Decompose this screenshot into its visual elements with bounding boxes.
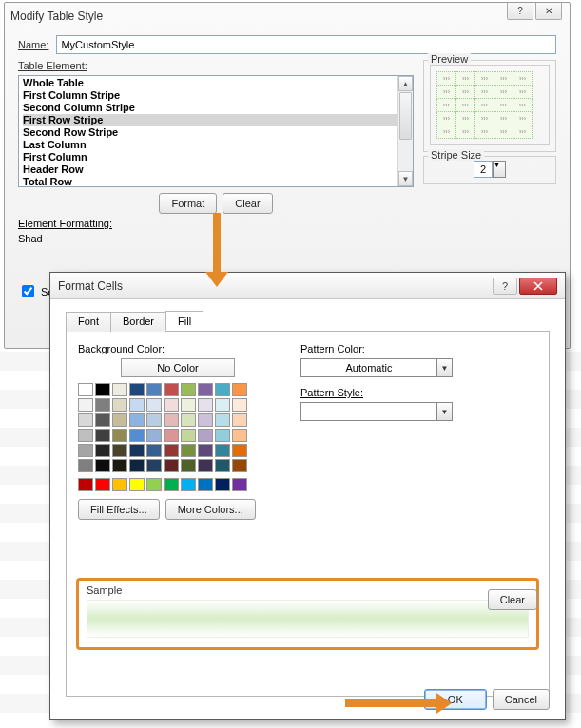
scrollbar[interactable]: ▲ ▼ <box>397 76 413 186</box>
color-swatch[interactable] <box>164 444 179 457</box>
stripe-size-input[interactable] <box>474 161 493 178</box>
color-swatch[interactable] <box>215 459 230 472</box>
color-swatch[interactable] <box>112 413 127 427</box>
format-button[interactable]: Format <box>159 193 217 214</box>
color-swatch[interactable] <box>198 398 213 412</box>
color-swatch[interactable] <box>146 459 162 472</box>
fill-effects-button[interactable]: Fill Effects... <box>78 499 160 520</box>
color-swatch[interactable] <box>215 398 230 412</box>
color-swatch[interactable] <box>95 459 110 472</box>
color-swatch[interactable] <box>112 478 127 491</box>
name-input[interactable] <box>56 35 556 54</box>
color-swatch[interactable] <box>181 383 196 396</box>
color-swatch[interactable] <box>198 383 213 396</box>
stripe-size-dropdown-icon[interactable]: ▼ <box>493 161 506 178</box>
color-swatch[interactable] <box>146 478 162 491</box>
cancel-button[interactable]: Cancel <box>493 689 550 710</box>
color-swatch[interactable] <box>112 444 127 457</box>
color-swatch[interactable] <box>146 444 162 457</box>
pattern-style-combo[interactable] <box>300 402 437 421</box>
color-swatch[interactable] <box>146 398 162 412</box>
scroll-thumb[interactable] <box>399 92 412 140</box>
color-swatch[interactable] <box>232 444 247 457</box>
color-swatch[interactable] <box>215 429 230 442</box>
color-swatch[interactable] <box>112 383 127 396</box>
color-swatch[interactable] <box>78 478 93 491</box>
clear-button[interactable]: Clear <box>223 193 272 214</box>
color-swatch[interactable] <box>232 429 247 442</box>
chevron-down-icon[interactable]: ▼ <box>437 358 453 377</box>
list-item[interactable]: First Column <box>23 151 397 163</box>
color-swatch[interactable] <box>78 398 93 412</box>
color-swatch[interactable] <box>181 413 196 427</box>
color-swatch[interactable] <box>164 459 179 472</box>
color-swatch[interactable] <box>129 478 145 491</box>
color-swatch[interactable] <box>181 459 196 472</box>
list-item[interactable]: Total Row <box>23 176 397 187</box>
color-swatch[interactable] <box>95 478 110 491</box>
color-swatch[interactable] <box>112 398 127 412</box>
color-swatch[interactable] <box>146 429 162 442</box>
color-swatch[interactable] <box>78 459 93 472</box>
color-swatch[interactable] <box>95 383 110 396</box>
color-swatch[interactable] <box>129 398 145 412</box>
tab-font[interactable]: Font <box>66 312 111 332</box>
color-swatch[interactable] <box>232 383 247 396</box>
no-color-button[interactable]: No Color <box>121 358 235 377</box>
color-swatch[interactable] <box>112 429 127 442</box>
list-item[interactable]: First Column Stripe <box>23 89 397 102</box>
color-swatch[interactable] <box>129 413 145 427</box>
chevron-down-icon[interactable]: ▼ <box>437 402 453 421</box>
color-swatch[interactable] <box>78 444 93 457</box>
color-swatch[interactable] <box>146 383 162 396</box>
color-swatch[interactable] <box>146 413 162 427</box>
list-item[interactable]: Second Row Stripe <box>23 126 397 139</box>
list-item[interactable]: Second Column Stripe <box>23 102 397 114</box>
clear-button[interactable]: Clear <box>488 589 537 610</box>
color-swatch[interactable] <box>95 444 110 457</box>
color-swatch[interactable] <box>129 444 145 457</box>
color-swatch[interactable] <box>164 398 179 412</box>
color-swatch[interactable] <box>232 478 247 491</box>
color-swatch[interactable] <box>95 413 110 427</box>
color-swatch[interactable] <box>198 459 213 472</box>
color-swatch[interactable] <box>78 413 93 427</box>
close-button[interactable] <box>519 278 557 295</box>
color-swatch[interactable] <box>112 459 127 472</box>
color-swatch[interactable] <box>215 478 230 491</box>
list-item[interactable]: Header Row <box>23 163 397 176</box>
color-swatch[interactable] <box>215 383 230 396</box>
pattern-color-combo[interactable]: Automatic <box>300 358 437 377</box>
color-swatch[interactable] <box>181 478 196 491</box>
color-swatch[interactable] <box>95 398 110 412</box>
color-swatch[interactable] <box>129 429 145 442</box>
color-swatch[interactable] <box>164 383 179 396</box>
color-swatch[interactable] <box>181 429 196 442</box>
table-element-listbox[interactable]: Whole TableFirst Column StripeSecond Col… <box>18 75 414 187</box>
color-swatch[interactable] <box>232 459 247 472</box>
set-default-checkbox[interactable] <box>22 285 34 297</box>
color-swatch[interactable] <box>181 398 196 412</box>
color-swatch[interactable] <box>215 413 230 427</box>
color-swatch[interactable] <box>129 459 145 472</box>
color-swatch[interactable] <box>164 413 179 427</box>
color-swatch[interactable] <box>198 478 213 491</box>
color-swatch[interactable] <box>129 383 145 396</box>
color-swatch[interactable] <box>232 413 247 427</box>
color-swatch[interactable] <box>95 429 110 442</box>
more-colors-button[interactable]: More Colors... <box>165 499 256 520</box>
color-swatch[interactable] <box>78 429 93 442</box>
tab-border[interactable]: Border <box>110 312 166 332</box>
scroll-down-icon[interactable]: ▼ <box>398 171 413 186</box>
list-item[interactable]: Whole Table <box>23 77 397 89</box>
help-button[interactable]: ? <box>493 278 517 295</box>
tab-fill[interactable]: Fill <box>165 311 203 331</box>
color-swatch[interactable] <box>164 429 179 442</box>
color-swatch[interactable] <box>232 398 247 412</box>
color-swatch[interactable] <box>164 478 179 491</box>
color-swatch[interactable] <box>198 413 213 427</box>
list-item[interactable]: Last Column <box>23 139 397 151</box>
color-swatch[interactable] <box>198 444 213 457</box>
close-button[interactable]: ✕ <box>535 3 562 20</box>
color-swatch[interactable] <box>198 429 213 442</box>
